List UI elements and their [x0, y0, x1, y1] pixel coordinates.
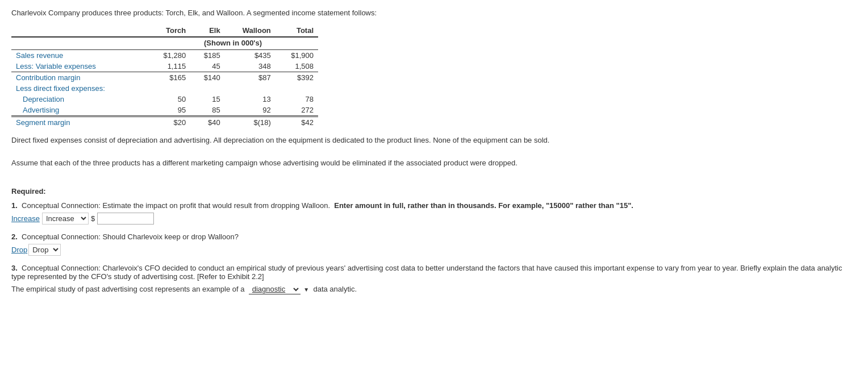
row-label-fixed: Less direct fixed expenses: [11, 83, 148, 94]
row-total-variable: 1,508 [276, 61, 318, 72]
row-torch-variable: 1,115 [148, 61, 190, 72]
q1-increase-dropdown[interactable]: Increase Decrease [42, 213, 89, 225]
q1-text-normal: Conceptual Connection: Estimate the impa… [22, 201, 330, 210]
q3-dropdown-chevron: ▼ [303, 286, 309, 293]
q1-amount-input[interactable] [97, 213, 154, 225]
row-elk-advertising: 85 [190, 105, 225, 117]
table-row: Sales revenue $1,280 $185 $435 $1,900 [11, 50, 318, 61]
table-row: Less direct fixed expenses: [11, 83, 318, 94]
note2-text: Assume that each of the three products h… [11, 159, 857, 167]
row-walloon-contribution: $87 [225, 72, 276, 84]
row-torch-segment: $20 [148, 117, 190, 128]
required-label: Required: [11, 187, 857, 196]
row-elk-contribution: $140 [190, 72, 225, 84]
q2-drop-label: Drop [11, 246, 27, 254]
q3-suffix: data analytic. [313, 285, 357, 293]
col-header-elk: Elk [190, 25, 225, 37]
table-row: Depreciation 50 15 13 78 [11, 94, 318, 105]
table-row: Contribution margin $165 $140 $87 $392 [11, 72, 318, 84]
row-label-sales: Sales revenue [11, 50, 148, 61]
q2-text-normal: Conceptual Connection: Should Charlevoix… [22, 232, 239, 241]
row-torch-sales: $1,280 [148, 50, 190, 61]
question-1-block: 1. Conceptual Connection: Estimate the i… [11, 201, 857, 225]
row-total-advertising: 272 [276, 105, 318, 117]
row-total-segment: $42 [276, 117, 318, 128]
q3-text: 3. Conceptual Connection: Charlevoix's C… [11, 264, 857, 281]
col-header-total: Total [276, 25, 318, 37]
q1-number: 1. [11, 201, 18, 210]
row-walloon-sales: $435 [225, 50, 276, 61]
note1-text: Direct fixed expenses consist of depreci… [11, 136, 857, 144]
income-table: Torch Elk Walloon Total (Shown in 000's)… [11, 25, 318, 128]
row-total-contribution: $392 [276, 72, 318, 84]
row-elk-variable: 45 [190, 61, 225, 72]
row-elk-depreciation: 15 [190, 94, 225, 105]
row-elk-segment: $40 [190, 117, 225, 128]
q3-prefix: The empirical study of past advertising … [11, 285, 244, 293]
col-header-walloon: Walloon [225, 25, 276, 37]
q1-answer-row: Increase Increase Decrease $ [11, 213, 857, 225]
q2-number: 2. [11, 232, 18, 241]
col-header-label [11, 25, 148, 37]
q3-number: 3. [11, 264, 18, 272]
row-torch-depreciation: 50 [148, 94, 190, 105]
row-total-depreciation: 78 [276, 94, 318, 105]
row-torch-contribution: $165 [148, 72, 190, 84]
question-2-block: 2. Conceptual Connection: Should Charlev… [11, 232, 857, 256]
question-3-block: 3. Conceptual Connection: Charlevoix's C… [11, 264, 857, 294]
row-walloon-variable: 348 [225, 61, 276, 72]
row-walloon-advertising: 92 [225, 105, 276, 117]
intro-text: Charlevoix Company produces three produc… [11, 9, 857, 17]
q3-diagnostic-dropdown[interactable]: diagnostic descriptive predictive prescr… [249, 284, 301, 294]
row-label-variable: Less: Variable expenses [11, 61, 148, 72]
col-header-torch: Torch [148, 25, 190, 37]
q1-dollar-sign: $ [91, 214, 95, 223]
q1-increase-label: Increase [11, 214, 40, 223]
q2-text: 2. Conceptual Connection: Should Charlev… [11, 232, 857, 241]
q3-answer-line: The empirical study of past advertising … [11, 284, 857, 294]
q3-text-normal: Conceptual Connection: Charlevoix's CFO … [11, 264, 842, 281]
row-walloon-depreciation: 13 [225, 94, 276, 105]
q1-text-bold: Enter amount in full, rather than in tho… [334, 201, 633, 210]
row-torch-advertising: 95 [148, 105, 190, 117]
row-label-segment: Segment margin [11, 117, 148, 128]
row-label-depreciation: Depreciation [11, 94, 148, 105]
table-row: Less: Variable expenses 1,115 45 348 1,5… [11, 61, 318, 72]
q2-drop-dropdown[interactable]: Drop Keep [28, 244, 61, 256]
q1-text: 1. Conceptual Connection: Estimate the i… [11, 201, 857, 210]
subheader-label: (Shown in 000's) [148, 37, 318, 50]
table-row: Segment margin $20 $40 $(18) $42 [11, 117, 318, 128]
table-row: Advertising 95 85 92 272 [11, 105, 318, 117]
row-label-contribution: Contribution margin [11, 72, 148, 84]
row-total-sales: $1,900 [276, 50, 318, 61]
row-label-advertising: Advertising [11, 105, 148, 117]
row-walloon-segment: $(18) [225, 117, 276, 128]
q2-answer-row: Drop Drop Keep [11, 244, 857, 256]
row-elk-sales: $185 [190, 50, 225, 61]
